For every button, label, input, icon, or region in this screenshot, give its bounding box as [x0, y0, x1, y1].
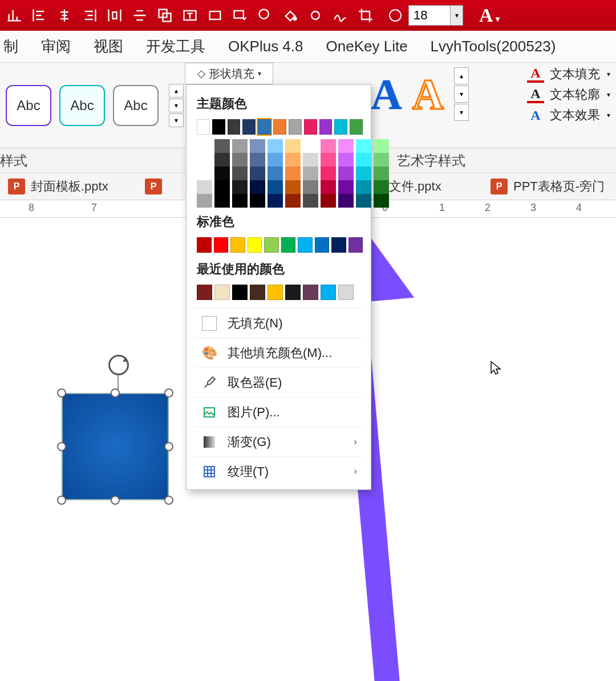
color-swatch[interactable]: [197, 285, 212, 300]
color-swatch[interactable]: [289, 119, 302, 135]
resize-handle[interactable]: [164, 496, 173, 505]
color-swatch[interactable]: [197, 237, 212, 253]
color-swatch[interactable]: [374, 153, 389, 167]
color-swatch[interactable]: [268, 194, 283, 208]
color-swatch[interactable]: [232, 194, 248, 208]
selected-shape[interactable]: [62, 393, 169, 500]
more-colors-item[interactable]: 🎨 其他填充颜色(M)...: [194, 338, 363, 367]
wordart-thumb[interactable]: A: [371, 70, 402, 119]
color-swatch[interactable]: [285, 180, 301, 194]
style-thumb[interactable]: Abc: [59, 85, 105, 126]
color-swatch[interactable]: [214, 285, 230, 300]
shape-fill-button[interactable]: ◇ 形状填充 ▾: [185, 63, 273, 84]
eyedropper-item[interactable]: 取色器(E): [194, 367, 363, 397]
resize-handle[interactable]: [57, 496, 66, 505]
color-swatch[interactable]: [338, 180, 354, 194]
color-swatch[interactable]: [285, 153, 301, 167]
color-swatch[interactable]: [350, 119, 363, 135]
color-swatch[interactable]: [303, 194, 318, 208]
chevron-down-icon[interactable]: ▾: [169, 99, 184, 112]
color-swatch[interactable]: [212, 119, 225, 135]
color-swatch[interactable]: [321, 194, 336, 208]
color-swatch[interactable]: [197, 167, 212, 180]
resize-handle[interactable]: [111, 388, 120, 398]
color-swatch[interactable]: [356, 194, 371, 208]
color-swatch[interactable]: [374, 167, 389, 180]
crop-icon[interactable]: [356, 6, 375, 25]
color-swatch[interactable]: [338, 194, 354, 208]
color-swatch[interactable]: [214, 237, 229, 253]
tab-item[interactable]: 制: [3, 37, 18, 56]
group-icon[interactable]: [155, 6, 175, 25]
color-swatch[interactable]: [374, 180, 389, 194]
color-swatch[interactable]: [232, 285, 248, 300]
style-thumb[interactable]: Abc: [113, 85, 159, 126]
color-swatch[interactable]: [197, 153, 212, 167]
text-outline-button[interactable]: A 文本轮廓 ▾: [527, 86, 610, 103]
color-swatch[interactable]: [197, 139, 212, 153]
color-swatch[interactable]: [303, 180, 318, 194]
color-swatch[interactable]: [268, 153, 283, 167]
color-swatch[interactable]: [242, 119, 256, 135]
tab-item[interactable]: OKPlus 4.8: [228, 38, 303, 55]
chevron-down-icon[interactable]: ▾: [454, 86, 469, 103]
color-swatch[interactable]: [197, 180, 212, 194]
tab-item[interactable]: 开发工具: [146, 37, 205, 56]
file-tab[interactable]: P 封面模板.pptx: [0, 178, 116, 195]
color-swatch[interactable]: [268, 285, 283, 300]
font-color-button[interactable]: A▾: [479, 5, 500, 26]
text-effect-button[interactable]: A 文本效果 ▾: [527, 107, 610, 124]
color-swatch[interactable]: [319, 119, 333, 135]
color-swatch[interactable]: [356, 180, 371, 194]
color-swatch[interactable]: [214, 167, 230, 180]
paint-bucket-icon[interactable]: [281, 6, 300, 25]
color-swatch[interactable]: [232, 139, 248, 153]
color-swatch[interactable]: [321, 153, 336, 167]
color-swatch[interactable]: [303, 167, 318, 180]
color-swatch[interactable]: [356, 153, 371, 167]
color-swatch[interactable]: [303, 139, 318, 153]
color-swatch[interactable]: [250, 180, 265, 194]
texture-fill-item[interactable]: 纹理(T) ›: [194, 456, 363, 486]
color-swatch[interactable]: [334, 119, 347, 135]
align-middle-icon[interactable]: [130, 6, 149, 25]
chevron-up-icon[interactable]: ▴: [169, 84, 184, 98]
rectangle-icon[interactable]: [205, 6, 225, 25]
resize-handle[interactable]: [57, 388, 66, 398]
color-swatch[interactable]: [315, 237, 330, 253]
file-tab[interactable]: P PPT表格页-旁门: [483, 178, 613, 195]
color-swatch[interactable]: [197, 119, 210, 135]
color-swatch[interactable]: [303, 153, 318, 167]
record-icon[interactable]: [389, 9, 402, 22]
color-swatch[interactable]: [214, 153, 230, 167]
color-swatch[interactable]: [338, 153, 354, 167]
color-swatch[interactable]: [374, 194, 389, 208]
rectangle-dd-icon[interactable]: [230, 6, 250, 25]
color-swatch[interactable]: [331, 237, 346, 253]
color-swatch[interactable]: [258, 119, 271, 135]
rotate-handle[interactable]: [108, 355, 129, 375]
color-swatch[interactable]: [356, 167, 371, 180]
color-swatch[interactable]: [214, 180, 230, 194]
color-swatch[interactable]: [268, 180, 283, 194]
color-swatch[interactable]: [285, 285, 301, 300]
signature-icon[interactable]: [331, 6, 350, 25]
align-center-h-icon[interactable]: [55, 6, 74, 25]
color-swatch[interactable]: [250, 167, 265, 180]
chevron-up-icon[interactable]: ▴: [454, 67, 469, 84]
color-swatch[interactable]: [338, 139, 354, 153]
resize-handle[interactable]: [111, 496, 120, 505]
color-swatch[interactable]: [285, 167, 301, 180]
style-thumb[interactable]: Abc: [6, 85, 51, 126]
color-swatch[interactable]: [348, 237, 363, 253]
color-swatch[interactable]: [250, 194, 265, 208]
color-swatch[interactable]: [374, 139, 389, 153]
wordart-thumb[interactable]: A: [412, 70, 444, 119]
no-fill-item[interactable]: 无填充(N): [194, 308, 363, 338]
color-swatch[interactable]: [321, 180, 336, 194]
tab-item[interactable]: 审阅: [41, 37, 71, 56]
color-swatch[interactable]: [321, 285, 336, 300]
file-tab[interactable]: P: [137, 179, 170, 194]
font-size-input[interactable]: 18: [408, 5, 451, 26]
color-swatch[interactable]: [298, 237, 313, 253]
